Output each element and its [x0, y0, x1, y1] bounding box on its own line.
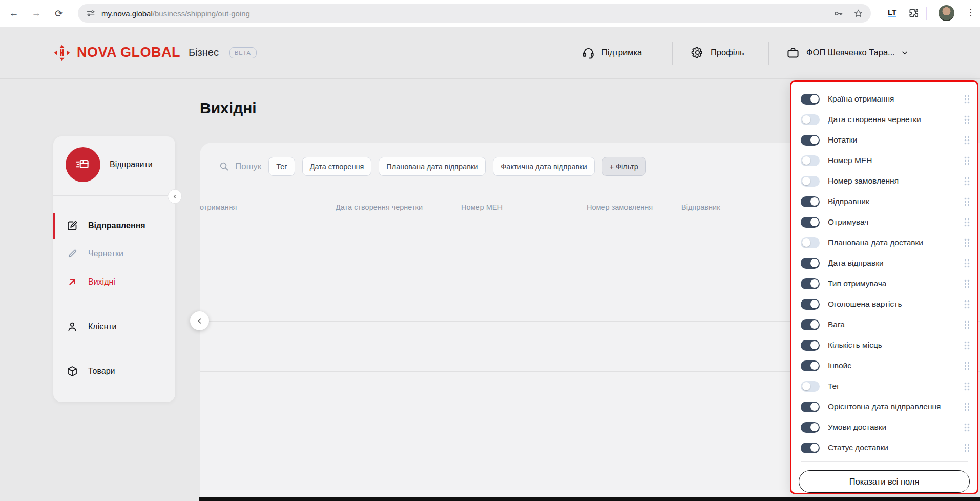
- toggle-switch[interactable]: [801, 422, 820, 433]
- sidebar-collapse-button[interactable]: [168, 189, 182, 204]
- chevron-down-icon: [901, 49, 908, 56]
- table-collapse-button[interactable]: [190, 311, 209, 330]
- account-switcher[interactable]: ФОП Шевченко Тара...: [786, 27, 908, 78]
- toggle-switch[interactable]: [801, 319, 820, 330]
- toggle-row: Оголошена вартість: [791, 294, 977, 314]
- search-input[interactable]: Пошук: [218, 161, 261, 172]
- page-title: Вихідні: [200, 99, 257, 117]
- sidebar-item-4[interactable]: Товари: [53, 360, 175, 383]
- toggle-switch[interactable]: [801, 340, 820, 351]
- toggle-switch[interactable]: [801, 237, 820, 248]
- password-key-icon[interactable]: [833, 8, 844, 19]
- filter-chip-0[interactable]: Тег: [268, 157, 295, 176]
- drag-handle-icon[interactable]: [964, 444, 970, 452]
- drag-handle-icon[interactable]: [964, 156, 970, 165]
- toggle-row: Країна отримання: [791, 89, 977, 109]
- toggle-row: Дата створення чернетки: [791, 109, 977, 130]
- toggle-row: Отримувач: [791, 212, 977, 232]
- toggle-switch[interactable]: [801, 381, 820, 392]
- toggle-switch[interactable]: [801, 258, 820, 269]
- toggle-switch[interactable]: [801, 135, 820, 146]
- bookmark-star-icon[interactable]: [853, 8, 864, 19]
- show-all-fields-button[interactable]: Показати всі поля: [799, 470, 970, 493]
- toggle-label: Країна отримання: [828, 94, 964, 104]
- drag-handle-icon[interactable]: [964, 259, 970, 268]
- lt-extension-icon[interactable]: LT: [888, 8, 896, 17]
- drag-handle-icon[interactable]: [964, 403, 970, 411]
- site-settings-icon[interactable]: [86, 9, 95, 18]
- toggle-row: Орієнтовна дата відправлення: [791, 396, 977, 417]
- toggle-label: Номер замовлення: [828, 176, 964, 186]
- toggle-row: Вага: [791, 314, 977, 335]
- person-icon: [66, 320, 79, 333]
- toggle-switch[interactable]: [801, 94, 820, 105]
- toggle-row: Нотатки: [791, 130, 977, 150]
- add-filter-chip[interactable]: + Фільтр: [602, 157, 646, 176]
- app-header: NOVA GLOBAL Бізнес BETA Підтримка Профіл…: [0, 27, 980, 79]
- url-bar[interactable]: my.nova.global/business/shipping/out-goi…: [78, 4, 871, 23]
- filter-chip-1[interactable]: Дата створення: [302, 157, 372, 176]
- toggle-row: Умови доставки: [791, 417, 977, 437]
- toggle-switch[interactable]: [801, 196, 820, 207]
- toggle-row: Номер замовлення: [791, 171, 977, 191]
- toggle-label: Орієнтовна дата відправлення: [828, 402, 964, 411]
- browser-menu-icon[interactable]: ⋮: [966, 7, 975, 18]
- drag-handle-icon[interactable]: [964, 341, 970, 350]
- filter-chip-3[interactable]: Фактична дата відправки: [493, 157, 594, 176]
- search-icon: [218, 161, 230, 172]
- drag-handle-icon[interactable]: [964, 320, 970, 329]
- column-header-draft-date: Дата створення чернетки: [336, 203, 458, 211]
- toggle-switch[interactable]: [801, 176, 820, 187]
- drag-handle-icon[interactable]: [964, 115, 970, 124]
- sidebar: Відправити ВідправленняЧернеткиВихідніКл…: [53, 136, 175, 402]
- toggle-label: Дата відправки: [828, 258, 964, 268]
- toggle-switch[interactable]: [801, 402, 820, 412]
- reload-icon[interactable]: ⟳: [51, 6, 67, 21]
- back-icon[interactable]: ←: [6, 6, 22, 21]
- profile-button[interactable]: Профіль: [691, 27, 744, 78]
- filter-chip-2[interactable]: Планована дата відправки: [379, 157, 486, 176]
- arrow-up-right-icon: [66, 277, 79, 287]
- toggle-switch[interactable]: [801, 217, 820, 228]
- toggle-label: Отримувач: [828, 217, 964, 227]
- column-header-order-number: Номер замовлення: [587, 203, 679, 211]
- drag-handle-icon[interactable]: [964, 423, 970, 432]
- drag-handle-icon[interactable]: [964, 136, 970, 145]
- toggle-row: Інвойс: [791, 355, 977, 376]
- forward-icon[interactable]: →: [29, 6, 44, 21]
- search-placeholder: Пошук: [235, 162, 261, 172]
- panel-divider: [801, 461, 968, 462]
- drag-handle-icon[interactable]: [964, 362, 970, 370]
- extensions-puzzle-icon[interactable]: [908, 7, 920, 19]
- toggle-switch[interactable]: [801, 360, 820, 371]
- sidebar-item-label: Відправлення: [88, 221, 145, 230]
- drag-handle-icon[interactable]: [964, 95, 970, 104]
- column-header-country: отримання: [200, 203, 332, 211]
- sidebar-item-0[interactable]: Відправлення: [53, 214, 175, 237]
- filter-row: Пошук ТегДата створенняПланована дата ві…: [218, 157, 646, 176]
- drag-handle-icon[interactable]: [964, 382, 970, 391]
- toggle-row: Планована дата доставки: [791, 232, 977, 253]
- toggle-switch[interactable]: [801, 278, 820, 289]
- drag-handle-icon[interactable]: [964, 279, 970, 288]
- drag-handle-icon[interactable]: [964, 238, 970, 247]
- sidebar-item-1[interactable]: Чернетки: [53, 243, 175, 265]
- toggle-row: Кількість місць: [791, 335, 977, 355]
- sidebar-item-3[interactable]: Клієнти: [53, 315, 175, 338]
- sidebar-item-2[interactable]: Вихідні: [53, 271, 175, 293]
- toggle-label: Оголошена вартість: [828, 299, 964, 309]
- support-label: Підтримка: [601, 48, 642, 57]
- toggle-switch[interactable]: [801, 114, 820, 125]
- toggle-switch[interactable]: [801, 299, 820, 310]
- browser-profile-avatar[interactable]: [939, 5, 954, 21]
- drag-handle-icon[interactable]: [964, 218, 970, 227]
- toggle-switch[interactable]: [801, 155, 820, 166]
- drag-handle-icon[interactable]: [964, 177, 970, 186]
- toggle-label: Нотатки: [828, 135, 964, 145]
- browser-toolbar: ← → ⟳ my.nova.global/business/shipping/o…: [0, 0, 980, 27]
- drag-handle-icon[interactable]: [964, 197, 970, 206]
- drag-handle-icon[interactable]: [964, 300, 970, 309]
- toggle-switch[interactable]: [801, 443, 820, 453]
- support-button[interactable]: Підтримка: [581, 27, 642, 78]
- send-button[interactable]: Відправити: [53, 136, 175, 193]
